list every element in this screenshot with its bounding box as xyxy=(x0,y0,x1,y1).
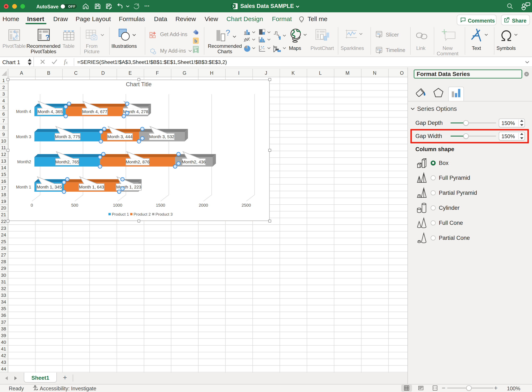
svg-text:Month2, 436: Month2, 436 xyxy=(182,159,206,164)
svg-text:b: b xyxy=(194,38,197,44)
svg-text:Month 1: Month 1 xyxy=(16,185,31,189)
svg-text:Month 4: Month 4 xyxy=(16,109,31,114)
svg-text:Month 1, 345: Month 1, 345 xyxy=(37,185,62,189)
svg-text:2000: 2000 xyxy=(199,203,208,207)
svg-text:Product 2: Product 2 xyxy=(133,212,151,216)
svg-text:500: 500 xyxy=(71,203,78,207)
svg-text:X: X xyxy=(232,4,235,8)
svg-text:Product 3: Product 3 xyxy=(156,212,173,216)
svg-text:2500: 2500 xyxy=(242,203,251,207)
svg-text:0: 0 xyxy=(31,203,33,207)
svg-text:Month2: Month2 xyxy=(17,159,31,164)
svg-text:1500: 1500 xyxy=(156,203,165,207)
svg-text:Month 3, 444: Month 3, 444 xyxy=(107,134,133,139)
svg-text:Month2, 876: Month2, 876 xyxy=(126,159,150,164)
svg-text:Month 3, 775: Month 3, 775 xyxy=(55,134,80,139)
svg-text:Month 3, 532: Month 3, 532 xyxy=(149,134,174,139)
svg-text:Month 4, 365: Month 4, 365 xyxy=(37,109,62,114)
svg-text:Month 4, 677: Month 4, 677 xyxy=(82,109,107,114)
svg-text:?: ? xyxy=(45,33,50,41)
svg-text:1000: 1000 xyxy=(113,203,123,207)
svg-text:Chart Title: Chart Title xyxy=(126,81,152,88)
svg-text:Month 1, 223: Month 1, 223 xyxy=(116,185,141,189)
svg-text:Product 1: Product 1 xyxy=(112,212,129,216)
svg-text:Month 1, 643: Month 1, 643 xyxy=(79,185,104,189)
svg-text:Month 3: Month 3 xyxy=(16,135,31,139)
svg-text:Month2, 765: Month2, 765 xyxy=(55,159,79,164)
svg-text:?: ? xyxy=(226,29,230,37)
